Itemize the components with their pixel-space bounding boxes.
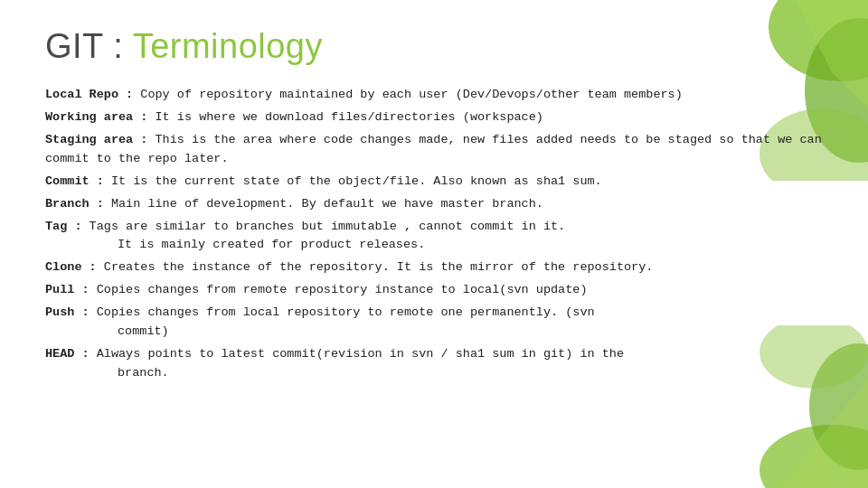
term-text-pull: Copies changes from remote repository in… xyxy=(90,283,588,296)
terms-list: Local Repo : Copy of repository maintain… xyxy=(45,86,823,383)
slide: GIT : Terminology Local Repo : Copy of r… xyxy=(0,0,868,488)
term-text-head: Always points to latest commit(revision … xyxy=(90,347,624,361)
term-text-head-extra: branch. xyxy=(45,364,823,383)
term-push: Push : Copies changes from local reposit… xyxy=(45,304,823,342)
term-text-commit: It is the current state of the object/fi… xyxy=(104,174,602,188)
term-key-pull: Pull : xyxy=(45,283,90,296)
term-branch: Branch : Main line of development. By de… xyxy=(45,195,823,214)
term-text-push: Copies changes from local repository to … xyxy=(90,305,595,319)
title-highlight: Terminology xyxy=(133,27,323,65)
term-text-tag-extra: It is mainly created for product release… xyxy=(45,236,823,255)
term-key-branch: Branch : xyxy=(45,197,104,211)
term-clone: Clone : Creates the instance of the repo… xyxy=(45,258,823,277)
slide-title: GIT : Terminology xyxy=(45,27,823,66)
term-text-push-extra: commit) xyxy=(45,323,823,342)
term-key-staging-area: Staging area : xyxy=(45,133,147,146)
term-text-working-area: It is where we download files/directorie… xyxy=(147,110,542,124)
term-key-working-area: Working area : xyxy=(45,110,147,124)
term-tag: Tag : Tags are similar to branches but i… xyxy=(45,218,823,256)
title-prefix: GIT : xyxy=(45,27,133,65)
term-text-local-repo: Copy of repository maintained by each us… xyxy=(133,88,683,101)
term-head: HEAD : Always points to latest commit(re… xyxy=(45,345,823,383)
term-key-clone: Clone : xyxy=(45,260,97,274)
term-staging-area: Staging area : This is the area where co… xyxy=(45,131,823,169)
term-text-branch: Main line of development. By default we … xyxy=(104,197,543,211)
term-local-repo: Local Repo : Copy of repository maintain… xyxy=(45,86,823,105)
term-working-area: Working area : It is where we download f… xyxy=(45,108,823,127)
term-text-staging-area: This is the area where code changes made… xyxy=(45,133,822,165)
term-commit: Commit : It is the current state of the … xyxy=(45,173,823,192)
term-key-push: Push : xyxy=(45,305,90,319)
term-key-commit: Commit : xyxy=(45,174,104,188)
term-key-head: HEAD : xyxy=(45,347,90,361)
term-key-local-repo: Local Repo : xyxy=(45,88,133,101)
term-text-clone: Creates the instance of the repository. … xyxy=(97,260,654,274)
term-key-tag: Tag : xyxy=(45,220,82,233)
term-text-tag: Tags are similar to branches but immutab… xyxy=(82,220,566,233)
main-content: GIT : Terminology Local Repo : Copy of r… xyxy=(45,27,823,383)
term-pull: Pull : Copies changes from remote reposi… xyxy=(45,281,823,300)
